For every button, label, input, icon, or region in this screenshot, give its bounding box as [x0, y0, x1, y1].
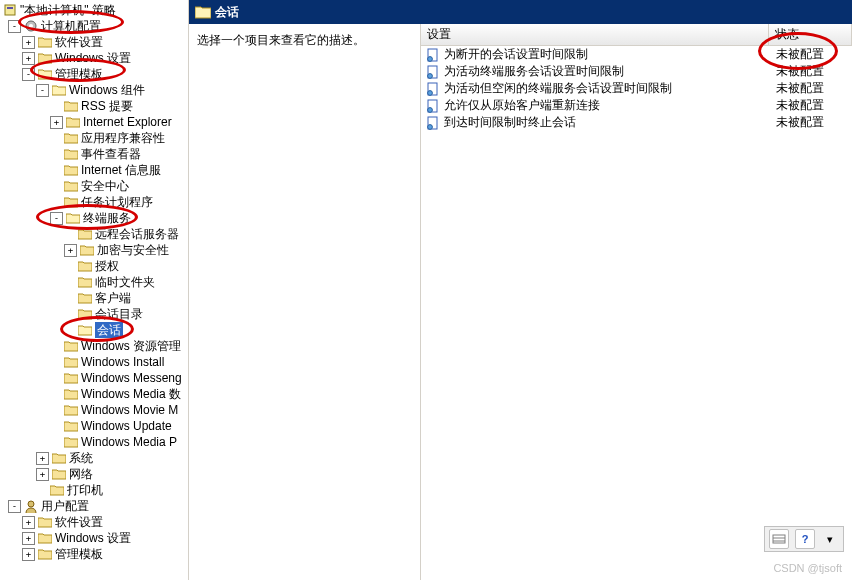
expand-icon[interactable]: +	[22, 516, 35, 529]
tree-user-config[interactable]: -用户配置	[2, 498, 188, 514]
expand-icon[interactable]: +	[22, 36, 35, 49]
folder-open-icon	[195, 4, 211, 20]
expand-icon[interactable]: +	[50, 116, 63, 129]
tree-win-media2[interactable]: Windows Media P	[2, 434, 188, 450]
expand-icon[interactable]: +	[36, 468, 49, 481]
tree-u-software[interactable]: +软件设置	[2, 514, 188, 530]
tree-label: 网络	[69, 466, 93, 482]
collapse-icon[interactable]: -	[8, 500, 21, 513]
col-setting[interactable]: 设置	[421, 24, 769, 45]
folder-icon	[63, 98, 79, 114]
policy-tree[interactable]: "本地计算机" 策略 - 计算机配置 +软件设置 +Windows 设置 -管理…	[0, 0, 188, 564]
tree-temp-folder[interactable]: 临时文件夹	[2, 274, 188, 290]
tree-windows-settings[interactable]: +Windows 设置	[2, 50, 188, 66]
collapse-icon[interactable]: -	[36, 84, 49, 97]
list-row[interactable]: 为活动终端服务会话设置时间限制未被配置	[421, 63, 852, 80]
tree-u-admin[interactable]: +管理模板	[2, 546, 188, 562]
tree-term-svc[interactable]: -终端服务	[2, 210, 188, 226]
folder-open-icon	[51, 82, 67, 98]
expand-icon[interactable]: +	[36, 452, 49, 465]
setting-state: 未被配置	[774, 63, 852, 80]
tree-label: Windows Install	[81, 354, 164, 370]
list-header[interactable]: 设置 状态	[421, 24, 852, 46]
expand-icon[interactable]: +	[64, 244, 77, 257]
tree-win-res[interactable]: Windows 资源管理	[2, 338, 188, 354]
user-icon	[23, 498, 39, 514]
tree-session-selected[interactable]: 会话	[2, 322, 188, 338]
tree-rss[interactable]: RSS 提要	[2, 98, 188, 114]
svg-point-10	[428, 90, 433, 95]
expand-icon[interactable]: +	[22, 548, 35, 561]
setting-state: 未被配置	[774, 46, 852, 63]
setting-label: 为活动终端服务会话设置时间限制	[444, 63, 624, 80]
description-text: 选择一个项目来查看它的描述。	[197, 33, 365, 47]
tree-label: 打印机	[67, 482, 103, 498]
setting-state: 未被配置	[774, 80, 852, 97]
policy-setting-icon	[425, 115, 441, 131]
collapse-icon[interactable]: -	[22, 68, 35, 81]
svg-point-6	[428, 56, 433, 61]
tree-label: Windows 组件	[69, 82, 145, 98]
tree-root[interactable]: "本地计算机" 策略	[2, 2, 188, 18]
tree-label: 应用程序兼容性	[81, 130, 165, 146]
folder-icon	[63, 370, 79, 386]
tree-printers[interactable]: 打印机	[2, 482, 188, 498]
tree-inet-info[interactable]: Internet 信息服	[2, 162, 188, 178]
tree-remote-svc[interactable]: 远程会话服务器	[2, 226, 188, 242]
collapse-icon[interactable]: -	[8, 20, 21, 33]
tree-sec-center[interactable]: 安全中心	[2, 178, 188, 194]
tree-ie[interactable]: +Internet Explorer	[2, 114, 188, 130]
tree-encryption[interactable]: +加密与安全性	[2, 242, 188, 258]
tree-auth[interactable]: 授权	[2, 258, 188, 274]
tree-computer-config[interactable]: - 计算机配置	[2, 18, 188, 34]
tree-win-movie[interactable]: Windows Movie M	[2, 402, 188, 418]
folder-icon	[51, 450, 67, 466]
folder-open-icon	[65, 210, 81, 226]
svg-rect-15	[773, 535, 785, 543]
tree-win-media1[interactable]: Windows Media 数	[2, 386, 188, 402]
tree-session-dir[interactable]: 会话目录	[2, 306, 188, 322]
folder-icon	[63, 146, 79, 162]
tree-software-settings[interactable]: +软件设置	[2, 34, 188, 50]
tree-label: 终端服务	[83, 210, 131, 226]
folder-icon	[65, 114, 81, 130]
tree-win-msg[interactable]: Windows Messeng	[2, 370, 188, 386]
tree-network[interactable]: +网络	[2, 466, 188, 482]
tree-label: 系统	[69, 450, 93, 466]
folder-icon	[51, 466, 67, 482]
tree-win-update[interactable]: Windows Update	[2, 418, 188, 434]
tree-client[interactable]: 客户端	[2, 290, 188, 306]
tree-label: 计算机配置	[41, 18, 101, 34]
list-row[interactable]: 到达时间限制时终止会话未被配置	[421, 114, 852, 131]
svg-rect-0	[5, 5, 15, 15]
col-state[interactable]: 状态	[769, 24, 852, 45]
help-button[interactable]: ?	[795, 529, 815, 549]
tree-event-viewer[interactable]: 事件查看器	[2, 146, 188, 162]
tree-label: 临时文件夹	[95, 274, 155, 290]
tree-system[interactable]: +系统	[2, 450, 188, 466]
folder-icon	[37, 34, 53, 50]
collapse-icon[interactable]: -	[50, 212, 63, 225]
dropdown-button[interactable]: ▾	[821, 530, 839, 548]
folder-icon	[37, 546, 53, 562]
tree-u-windows[interactable]: +Windows 设置	[2, 530, 188, 546]
tree-panel: "本地计算机" 策略 - 计算机配置 +软件设置 +Windows 设置 -管理…	[0, 0, 189, 580]
tree-label: Windows 设置	[55, 50, 131, 66]
list-row[interactable]: 为断开的会话设置时间限制未被配置	[421, 46, 852, 63]
tree-app-compat[interactable]: 应用程序兼容性	[2, 130, 188, 146]
policy-setting-icon	[425, 64, 441, 80]
svg-point-4	[28, 501, 34, 507]
expand-icon[interactable]: +	[22, 532, 35, 545]
expand-icon[interactable]: +	[22, 52, 35, 65]
list-row[interactable]: 为活动但空闲的终端服务会话设置时间限制未被配置	[421, 80, 852, 97]
tree-task-sched[interactable]: 任务计划程序	[2, 194, 188, 210]
tree-label: Windows 设置	[55, 530, 131, 546]
tree-windows-comp[interactable]: -Windows 组件	[2, 82, 188, 98]
folder-open-icon	[77, 322, 93, 338]
tree-win-install[interactable]: Windows Install	[2, 354, 188, 370]
folder-icon	[77, 290, 93, 306]
list-row[interactable]: 允许仅从原始客户端重新连接未被配置	[421, 97, 852, 114]
content-header: 会话	[189, 0, 852, 24]
extended-view-button[interactable]	[769, 529, 789, 549]
tree-admin-templates[interactable]: -管理模板	[2, 66, 188, 82]
